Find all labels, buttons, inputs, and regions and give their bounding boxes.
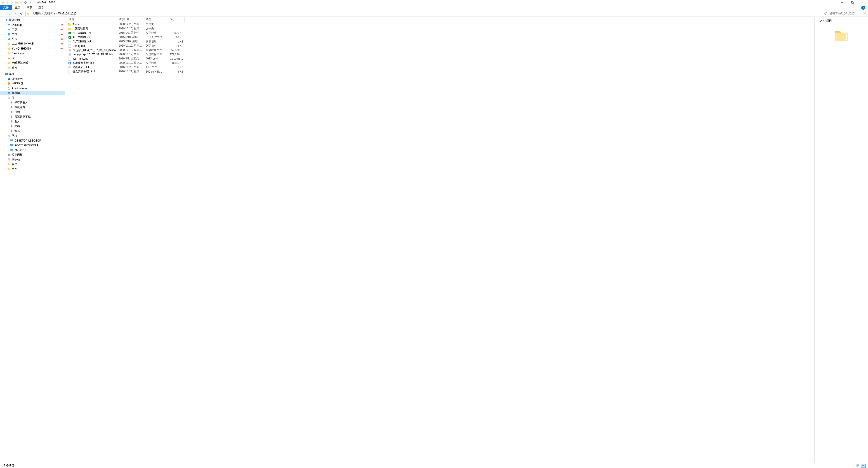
pin-icon: 📌 — [60, 33, 63, 36]
tree-item[interactable]: 视频 — [0, 110, 65, 115]
column-type[interactable]: 类型 — [145, 17, 168, 22]
close-button[interactable] — [858, 0, 868, 5]
search-field[interactable] — [830, 12, 864, 15]
breadcrumb[interactable]: › 此电脑›文档 (E:)›Win7x64_2020› ⌄ — [25, 11, 822, 16]
chevron-right-icon[interactable]: › — [30, 12, 32, 15]
column-size[interactable]: 大小 — [168, 17, 185, 22]
svg-rect-30 — [11, 130, 12, 132]
recent-dropdown-icon[interactable]: ▾ — [13, 11, 18, 16]
file-row[interactable]: Tools2020/12/25, 星期五 1...文件夹 — [65, 22, 814, 27]
file-size: 36 KB — [168, 44, 185, 48]
ribbon-tab-1[interactable]: 共享 — [24, 5, 35, 10]
tree-item[interactable]: Administrator — [0, 86, 65, 91]
tree-item[interactable]: DESKTOP-LSSOEDP — [0, 138, 65, 143]
chevron-right-icon[interactable]: › — [41, 12, 43, 15]
chevron-right-icon[interactable]: › — [56, 12, 57, 15]
tree-item[interactable]: 图片 — [0, 65, 65, 70]
new-folder-icon[interactable] — [14, 0, 19, 4]
tree-item[interactable]: win7重装win7 — [0, 60, 65, 65]
tree-item[interactable]: OneDrive — [0, 76, 65, 81]
maximize-button[interactable] — [847, 0, 858, 5]
tree-item[interactable]: 文档 — [0, 124, 65, 129]
tree-item[interactable]: Bandicam — [0, 51, 65, 56]
breadcrumb-item[interactable]: Win7x64_2020 — [57, 12, 77, 15]
file-name: AUTORUN.INF — [72, 40, 91, 43]
tree-item[interactable]: Desktop📌 — [0, 22, 65, 27]
column-name[interactable]: 名称 — [65, 17, 117, 22]
tree-item[interactable]: 保存的图片 — [0, 100, 65, 105]
tree-label: G:\ — [12, 57, 16, 60]
svg-line-7 — [866, 14, 866, 15]
tree-item[interactable]: WPS网盘 — [0, 81, 65, 86]
tree-item[interactable]: 此电脑 — [0, 91, 65, 95]
file-row[interactable]: 本地硬盘安装.exe2020/10/12, 星期一 1...应用程序28,315… — [65, 61, 814, 65]
file-row[interactable]: pe_yqs_1064_20_07_31_16_04.iso2020/10/12… — [65, 48, 814, 52]
svg-rect-31 — [8, 135, 9, 135]
file-size: 28,315 KB — [168, 62, 185, 65]
file-row[interactable]: Win7x64.gho2019/9/7, 星期六 19:...GHO 文件2,9… — [65, 57, 814, 61]
file-row[interactable]: AUTORUN.ICO2015/5/10, 星期日 02...ICO 图片文件1… — [65, 35, 814, 39]
chevron-right-icon[interactable]: › — [77, 12, 79, 15]
tree-item[interactable]: 库 — [0, 95, 65, 100]
file-row[interactable]: pe_yqs_xp_20_07_31_15_53.iso2020/10/12, … — [65, 52, 814, 57]
ribbon-expand-icon[interactable]: ⌄ — [858, 6, 860, 9]
view-thumbnails-button[interactable] — [855, 464, 860, 468]
properties-icon[interactable] — [10, 0, 14, 4]
breadcrumb-item[interactable]: 文档 (E:) — [43, 11, 56, 15]
tree-item[interactable]: YUNQISHI2019📌 — [0, 46, 65, 51]
ribbon-tab-file[interactable]: 文件 — [0, 5, 12, 10]
tree-item[interactable]: 下载📌 — [0, 27, 65, 32]
network-icon — [7, 134, 11, 138]
tree-files[interactable]: 文件 — [0, 167, 65, 171]
tree-item[interactable]: 文档📌 — [0, 32, 65, 37]
tree-recycle[interactable]: 回收站 — [0, 157, 65, 162]
tree-item[interactable]: 音乐 — [0, 129, 65, 133]
file-row[interactable]: AUTORUN.INF2015/5/10, 星期日 02...安装信息1 KB — [65, 39, 814, 44]
search-input[interactable] — [829, 11, 867, 16]
navigation-tree[interactable]: 快速访问 Desktop📌下载📌文档📌图片📌excel表格制作求和📌YUNQIS… — [0, 17, 65, 463]
file-row[interactable]: U盘安装教程2020/12/25, 星期五 1...文件夹 — [65, 27, 814, 31]
tree-software[interactable]: 软件 — [0, 162, 65, 167]
folder-icon — [7, 66, 11, 69]
help-icon[interactable]: ? — [861, 6, 865, 10]
ribbon-tab-0[interactable]: 主页 — [12, 5, 24, 10]
breadcrumb-item[interactable]: 此电脑 — [32, 11, 41, 15]
tree-item[interactable]: 天翼云盘下载 — [0, 115, 65, 119]
qat-item-icon[interactable] — [24, 0, 28, 4]
file-row[interactable]: AUTORUN.EXE2016/1/8, 星期五 04:...应用程序1,926… — [65, 31, 814, 35]
tree-network[interactable]: 网络 — [0, 133, 65, 138]
column-date[interactable]: 修改日期 — [117, 17, 145, 22]
tree-quick-access[interactable]: 快速访问 — [0, 18, 65, 22]
file-row[interactable]: Config.dat2020/10/12, 星期一 1...DAT 文件36 K… — [65, 44, 814, 48]
tree-label: 软件 — [12, 162, 17, 166]
file-row[interactable]: 光盘说明.TXT2016/10/23, 星期日 0...TXT 文件5 KB — [65, 65, 814, 69]
file-row[interactable]: 硬盘安装教程.html2016/11/21, 星期一 2...360 se HT… — [65, 69, 814, 74]
tree-item[interactable]: 图片📌 — [0, 37, 65, 41]
tree-item[interactable]: 本机照片 — [0, 105, 65, 110]
qat-divider: | — [5, 0, 9, 4]
refresh-button[interactable] — [823, 11, 828, 16]
tree-label: PC-20190530OBLA — [14, 144, 38, 147]
up-button[interactable] — [19, 11, 24, 16]
status-bar: 12 个项目 — [0, 463, 868, 468]
ribbon-tab-2[interactable]: 查看 — [35, 5, 47, 10]
tree-control-panel[interactable]: 控制面板 — [0, 152, 65, 157]
tree-item[interactable]: G:\ — [0, 56, 65, 60]
breadcrumb-dropdown-icon[interactable]: ⌄ — [817, 12, 821, 15]
back-button[interactable] — [1, 11, 6, 16]
view-details-button[interactable] — [861, 464, 866, 468]
forward-button[interactable] — [7, 11, 12, 16]
tree-desktop-root[interactable]: 桌面 — [0, 72, 65, 76]
qat-dropdown-icon[interactable]: ▾ — [28, 0, 32, 4]
search-icon[interactable] — [864, 12, 867, 15]
svg-point-12 — [8, 38, 9, 39]
file-rows[interactable]: Tools2020/12/25, 星期五 1...文件夹U盘安装教程2020/1… — [65, 22, 814, 463]
svg-rect-28 — [11, 120, 12, 122]
svg-rect-27 — [11, 116, 12, 118]
tree-item[interactable]: 图片 — [0, 119, 65, 124]
minimize-button[interactable] — [837, 0, 847, 5]
tree-item[interactable]: excel表格制作求和📌 — [0, 41, 65, 46]
delete-icon[interactable]: ✕ — [19, 0, 23, 4]
tree-item[interactable]: ZMT2019 — [0, 148, 65, 152]
tree-item[interactable]: PC-20190530OBLA — [0, 143, 65, 148]
